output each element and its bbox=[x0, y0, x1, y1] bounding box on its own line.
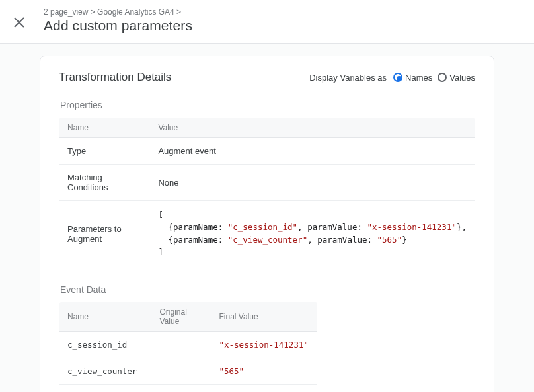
details-card: Transformation Details Display Variables… bbox=[40, 56, 494, 392]
params-code: [ {paramName: "c_session_id", paramValue… bbox=[158, 209, 467, 258]
event-name: c_view_counter bbox=[67, 366, 137, 376]
breadcrumb: 2 page_view > Google Analytics GA4 > bbox=[44, 7, 192, 17]
radio-dot-icon bbox=[438, 73, 447, 82]
prop-matching-label: Matching Conditions bbox=[59, 165, 151, 201]
prop-type-value: Augment event bbox=[150, 138, 475, 165]
close-icon[interactable] bbox=[13, 17, 25, 28]
table-row: Type Augment event bbox=[59, 138, 475, 165]
col-final: Final Value bbox=[211, 302, 318, 332]
show-all-link[interactable]: Show all event data bbox=[59, 385, 318, 393]
col-name: Name bbox=[59, 302, 152, 332]
display-label: Display Variables as bbox=[309, 73, 387, 83]
col-name: Name bbox=[59, 118, 151, 138]
event-final: "565" bbox=[219, 366, 245, 376]
table-row: Matching Conditions None bbox=[59, 165, 475, 201]
col-original: Original Value bbox=[152, 302, 211, 332]
table-row: c_view_counter "565" bbox=[59, 358, 318, 385]
prop-type-label: Type bbox=[59, 138, 151, 165]
page-title: Add custom parameters bbox=[44, 18, 192, 34]
prop-matching-value: None bbox=[150, 165, 475, 201]
show-all-row[interactable]: Show all event data bbox=[59, 385, 318, 393]
event-section-label: Event Data bbox=[60, 284, 475, 295]
card-title: Transformation Details bbox=[59, 71, 171, 84]
radio-values[interactable]: Values bbox=[438, 73, 475, 83]
radio-names-label: Names bbox=[405, 73, 432, 83]
col-value: Value bbox=[150, 118, 475, 138]
page-header: 2 page_view > Google Analytics GA4 > Add… bbox=[0, 0, 534, 44]
display-variables-group: Display Variables as Names Values bbox=[309, 73, 475, 83]
table-row: c_session_id "x-session-141231" bbox=[59, 332, 318, 358]
prop-params-label: Parameters to Augment bbox=[59, 201, 151, 267]
event-data-table: Name Original Value Final Value c_sessio… bbox=[59, 301, 318, 392]
table-row: Parameters to Augment [ {paramName: "c_s… bbox=[59, 201, 475, 267]
radio-values-label: Values bbox=[449, 73, 475, 83]
radio-names[interactable]: Names bbox=[393, 73, 432, 83]
radio-dot-icon bbox=[393, 73, 402, 82]
event-name: c_session_id bbox=[67, 340, 127, 350]
event-final: "x-session-141231" bbox=[219, 340, 309, 350]
properties-table: Name Value Type Augment event Matching C… bbox=[59, 117, 475, 267]
properties-section-label: Properties bbox=[60, 100, 475, 110]
